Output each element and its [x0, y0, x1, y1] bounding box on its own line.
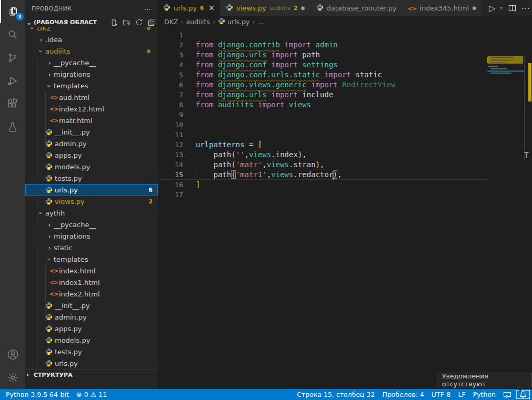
tree-item--pycache-[interactable]: ›__pycache__: [25, 57, 158, 68]
workspace-section-header[interactable]: ⌄ (РАБОЧАЯ ОБЛАСТЬ) ...: [25, 17, 158, 27]
status-python-interpreter[interactable]: Python 3.9.5 64-bit: [2, 389, 73, 400]
tree-item-dkz[interactable]: ›DKZ: [25, 27, 158, 34]
line-number[interactable]: 11: [158, 130, 183, 140]
tree-item-models-py[interactable]: models.py: [25, 161, 158, 172]
explorer-icon[interactable]: 3: [0, 0, 26, 23]
code-line-7[interactable]: 7from django.urls import include: [158, 90, 487, 100]
extensions-icon[interactable]: [0, 93, 25, 116]
tree-item-templates[interactable]: ›templates: [25, 253, 158, 265]
more-actions-icon[interactable]: ⋯: [521, 3, 530, 13]
code-line-14[interactable]: 14 path('matr',views.stran),: [158, 160, 487, 170]
tab-index345-html[interactable]: <>index345.html●: [403, 0, 482, 16]
line-number[interactable]: 5: [158, 70, 183, 80]
status-eol[interactable]: LF: [455, 389, 469, 400]
code-line-11[interactable]: 11: [158, 130, 487, 140]
tree-item-urls-py[interactable]: urls.py6: [25, 184, 158, 196]
source-control-icon[interactable]: [0, 46, 25, 69]
status-cursor-position[interactable]: Строка 15, столбец 32: [293, 389, 378, 400]
code-line-9[interactable]: 9: [158, 110, 487, 120]
code-line-13[interactable]: 13 path('',views.index),: [158, 150, 487, 160]
dirty-indicator-icon[interactable]: ●: [301, 5, 305, 11]
collapse-all-icon[interactable]: [147, 18, 156, 27]
new-folder-icon[interactable]: [122, 18, 131, 27]
status-encoding[interactable]: UTF-8: [428, 389, 454, 400]
scrollbar[interactable]: [524, 55, 532, 400]
line-number[interactable]: 4: [158, 60, 183, 70]
code-line-4[interactable]: 4from django.conf import settings: [158, 60, 487, 70]
line-number[interactable]: 16: [158, 180, 183, 190]
tree-item-migrations[interactable]: ›migrations: [25, 68, 158, 80]
run-icon[interactable]: ▷: [489, 3, 495, 13]
code-line-5[interactable]: 5from django.conf.urls.static import sta…: [158, 70, 487, 80]
modified-dot: [147, 49, 150, 53]
line-number[interactable]: 9: [158, 110, 183, 120]
tree-item--idea[interactable]: ›.idea: [25, 34, 158, 45]
search-icon[interactable]: [0, 23, 25, 46]
status-indentation[interactable]: Пробелов: 4: [379, 389, 428, 400]
code-line-16[interactable]: 16]: [158, 180, 487, 190]
code-line-12[interactable]: 12urlpatterns = [: [158, 140, 487, 150]
account-icon[interactable]: [0, 343, 25, 366]
line-number[interactable]: 17: [158, 190, 183, 200]
run-dropdown-icon[interactable]: ›: [498, 7, 506, 9]
line-number[interactable]: 14: [158, 160, 183, 170]
line-number[interactable]: 1: [158, 30, 183, 40]
code-line-8[interactable]: 8from audiiits import views: [158, 100, 487, 110]
status-feedback[interactable]: [499, 389, 515, 400]
breadcrumb-item[interactable]: urls.py: [218, 17, 249, 26]
dirty-indicator-icon[interactable]: ●: [472, 5, 476, 11]
settings-icon[interactable]: [0, 366, 25, 389]
code-line-6[interactable]: 6from django.views.generic import Redire…: [158, 80, 487, 90]
breadcrumb-item[interactable]: ...: [258, 18, 264, 26]
breadcrumb-item[interactable]: DKZ: [164, 18, 178, 26]
split-editor-icon[interactable]: [508, 4, 516, 12]
close-icon[interactable]: ×: [208, 4, 215, 12]
minimap[interactable]: [487, 55, 524, 400]
line-number[interactable]: 15: [158, 170, 183, 180]
code-line-17[interactable]: 17: [158, 190, 487, 200]
python-file-icon: [226, 4, 233, 13]
breadcrumb-item[interactable]: audiiits: [186, 18, 210, 26]
line-number[interactable]: 2: [158, 40, 183, 50]
refresh-icon[interactable]: [135, 18, 143, 27]
status-notifications-bell[interactable]: [515, 389, 531, 400]
code-line-10[interactable]: 10: [158, 120, 487, 130]
sidebar-more-icon[interactable]: ⋯: [144, 5, 152, 13]
tree-item-audiiits[interactable]: ›audiiits: [25, 45, 158, 57]
tree-item-tests-py[interactable]: tests.py: [25, 346, 158, 357]
status-language-mode[interactable]: Python: [469, 389, 499, 400]
tree-item-tests-py[interactable]: tests.py: [25, 172, 158, 184]
tree-item-apps-py[interactable]: apps.py: [25, 323, 158, 334]
tab-views-py[interactable]: views.pyaudiiits2●: [220, 0, 310, 16]
tree-item-views-py[interactable]: views.py2: [25, 196, 158, 207]
structure-section-header[interactable]: › СТРУКТУРА: [25, 370, 158, 380]
tree-item-label: admin.py: [55, 313, 87, 321]
tab-urls-py[interactable]: urls.py6×: [158, 0, 220, 16]
code-editor[interactable]: 12from django.contrib import admin3from …: [158, 27, 532, 389]
line-number[interactable]: 12: [158, 140, 183, 150]
line-number[interactable]: 8: [158, 100, 183, 110]
tree-item-static[interactable]: ›static: [25, 242, 158, 253]
tree-item-migrations[interactable]: ›migrations: [25, 230, 158, 242]
run-debug-icon[interactable]: [0, 69, 25, 93]
status-problems[interactable]: ⊗0⚠︎11: [73, 389, 111, 400]
code-line-15[interactable]: 15 path('matr1',views.redactor),: [158, 170, 487, 180]
tree-item-aythh[interactable]: ›aythh: [25, 207, 158, 219]
line-number[interactable]: 13: [158, 150, 183, 160]
code-line-2[interactable]: 2from django.contrib import admin: [158, 40, 487, 50]
line-number[interactable]: 7: [158, 90, 183, 100]
code-line-3[interactable]: 3from django.urls import path: [158, 50, 487, 60]
testing-icon[interactable]: [0, 116, 25, 139]
tree-item--pycache-[interactable]: ›__pycache__: [25, 219, 158, 230]
line-number[interactable]: 6: [158, 80, 183, 90]
tree-item-templates[interactable]: ›templates: [25, 80, 158, 91]
code-line-1[interactable]: 1: [158, 30, 487, 40]
tab-database-roouter-py[interactable]: database_roouter.py: [311, 0, 403, 16]
line-number[interactable]: 3: [158, 50, 183, 60]
line-number[interactable]: 10: [158, 120, 183, 130]
tab-label: urls.py: [174, 4, 197, 12]
tree-item-models-py[interactable]: models.py: [25, 334, 158, 346]
tree-item-apps-py[interactable]: apps.py: [25, 149, 158, 161]
tree-item-urls-py[interactable]: urls.py: [25, 357, 158, 369]
new-file-icon[interactable]: [109, 18, 118, 27]
